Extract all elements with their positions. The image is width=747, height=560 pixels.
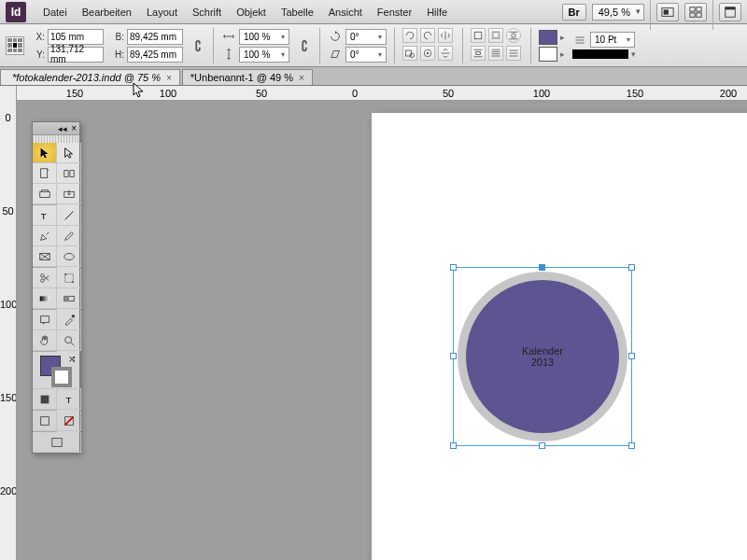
- bridge-button[interactable]: Br: [562, 4, 586, 21]
- gap-tool[interactable]: [57, 163, 81, 184]
- handle-tl[interactable]: [450, 264, 457, 271]
- flip-rotate-group: [402, 28, 455, 63]
- zoom-level-dropdown[interactable]: 49,5 %: [592, 4, 644, 21]
- w-field[interactable]: 89,425 mm: [127, 29, 183, 45]
- document-tabs: *fotokalender-2013.indd @ 75 %× *Unbenan…: [0, 67, 747, 86]
- fill-swatch[interactable]: [539, 30, 557, 45]
- canvas[interactable]: Kalender 2013: [17, 101, 747, 560]
- shear-field[interactable]: 0°: [345, 47, 387, 63]
- content-collector-tool[interactable]: [33, 184, 57, 204]
- h-field[interactable]: 89,425 mm: [127, 47, 183, 63]
- formatting-text-icon[interactable]: T: [57, 389, 81, 410]
- horizontal-ruler[interactable]: 05010015020050100150: [17, 86, 747, 101]
- tools-panel[interactable]: ◂◂× T ⤭ T: [32, 121, 80, 454]
- svg-point-9: [410, 53, 415, 58]
- apply-none-icon[interactable]: [57, 411, 81, 431]
- wrap-bbox-icon[interactable]: [488, 28, 503, 43]
- separator: [462, 28, 463, 63]
- pen-tool[interactable]: [33, 226, 57, 246]
- hand-tool[interactable]: [33, 330, 57, 351]
- selection-tool[interactable]: [33, 143, 57, 163]
- menu-table[interactable]: Tabelle: [274, 3, 321, 21]
- tab-unbenannt[interactable]: *Unbenannt-1 @ 49 %×: [182, 69, 313, 85]
- grip[interactable]: [33, 135, 79, 143]
- arrange-button[interactable]: [684, 3, 707, 21]
- view-mode-normal-icon[interactable]: [33, 432, 81, 453]
- dropdown-arrow-icon[interactable]: ▸: [560, 49, 565, 59]
- workspace-button[interactable]: [719, 3, 741, 21]
- svg-text:T: T: [40, 211, 46, 221]
- scale-y-field[interactable]: 100 %: [239, 47, 289, 63]
- dropdown-arrow-icon[interactable]: ▾: [631, 49, 636, 59]
- wrap-none-icon[interactable]: [471, 28, 486, 43]
- pencil-tool[interactable]: [57, 226, 81, 246]
- handle-br[interactable]: [628, 442, 635, 449]
- color-well[interactable]: ⤭: [33, 352, 81, 389]
- flip-v-icon[interactable]: [438, 46, 453, 61]
- menu-file[interactable]: Datei: [35, 3, 75, 21]
- handle-tc[interactable]: [539, 264, 545, 271]
- collapse-icon[interactable]: ◂◂: [58, 124, 67, 133]
- scissors-tool[interactable]: [33, 268, 57, 288]
- note-tool[interactable]: [33, 310, 57, 330]
- stroke-swatch[interactable]: [539, 47, 557, 62]
- page-tool[interactable]: [33, 163, 57, 184]
- constrain-scale-icon[interactable]: [297, 38, 312, 53]
- stroke-color[interactable]: [51, 367, 72, 387]
- close-icon[interactable]: ×: [71, 123, 77, 133]
- select-content-icon[interactable]: [420, 46, 435, 61]
- ellipse-tool[interactable]: [57, 246, 81, 267]
- selection-box[interactable]: [453, 267, 632, 446]
- panel-header[interactable]: ◂◂×: [33, 122, 79, 135]
- rectangle-frame-tool[interactable]: [33, 246, 57, 267]
- menu-edit[interactable]: Bearbeiten: [75, 3, 139, 21]
- scale-x-field[interactable]: 100 %: [239, 29, 289, 45]
- menu-layout[interactable]: Layout: [139, 3, 185, 21]
- handle-bl[interactable]: [450, 442, 457, 449]
- flip-h-icon[interactable]: [438, 28, 453, 43]
- rotate-cw-icon[interactable]: [420, 28, 435, 43]
- dropdown-arrow-icon[interactable]: ▸: [560, 33, 565, 42]
- handle-bc[interactable]: [539, 442, 545, 449]
- zoom-tool[interactable]: [57, 330, 81, 351]
- menu-help[interactable]: Hilfe: [419, 3, 455, 21]
- handle-tr[interactable]: [628, 264, 635, 271]
- x-field[interactable]: 105 mm: [48, 29, 104, 45]
- rotate-field[interactable]: 0°: [345, 29, 387, 45]
- gradient-feather-tool[interactable]: [57, 288, 81, 309]
- reference-point[interactable]: [6, 36, 24, 55]
- menu-object[interactable]: Objekt: [229, 3, 274, 21]
- direct-selection-tool[interactable]: [57, 143, 81, 163]
- swap-colors-icon[interactable]: ⤭: [68, 354, 76, 364]
- menu-view[interactable]: Ansicht: [321, 3, 370, 21]
- screen-mode-button[interactable]: [656, 3, 679, 21]
- type-tool[interactable]: T: [33, 205, 57, 226]
- wrap-options-icon[interactable]: [506, 46, 521, 61]
- vertical-ruler[interactable]: 050100150200: [0, 86, 17, 560]
- wrap-column-icon[interactable]: [488, 46, 503, 61]
- handle-ml[interactable]: [450, 353, 457, 359]
- close-icon[interactable]: ×: [166, 73, 172, 83]
- content-placer-tool[interactable]: [57, 184, 81, 204]
- select-container-icon[interactable]: [402, 46, 417, 61]
- stroke-style[interactable]: [572, 49, 628, 59]
- wrap-jump-icon[interactable]: [471, 46, 486, 61]
- wrap-shape-icon[interactable]: [506, 28, 521, 43]
- free-transform-tool[interactable]: [57, 268, 81, 288]
- y-field[interactable]: 131,712 mm: [48, 47, 104, 63]
- handle-mr[interactable]: [628, 353, 635, 359]
- formatting-container-icon[interactable]: [33, 389, 57, 410]
- rotate-ccw-icon[interactable]: [402, 28, 417, 43]
- close-icon[interactable]: ×: [299, 73, 304, 83]
- scale-x-icon: [221, 29, 236, 44]
- menu-window[interactable]: Fenster: [370, 3, 419, 21]
- svg-rect-2: [690, 7, 695, 10]
- eyedropper-tool[interactable]: [57, 310, 81, 330]
- line-tool[interactable]: [57, 205, 81, 226]
- menu-type[interactable]: Schrift: [185, 3, 229, 21]
- stroke-weight-field[interactable]: 10 Pt: [590, 32, 635, 48]
- apply-color-icon[interactable]: [33, 411, 57, 431]
- gradient-swatch-tool[interactable]: [33, 288, 57, 309]
- tab-fotokalender[interactable]: *fotokalender-2013.indd @ 75 %×: [0, 69, 180, 85]
- constrain-wh-icon[interactable]: [190, 38, 205, 53]
